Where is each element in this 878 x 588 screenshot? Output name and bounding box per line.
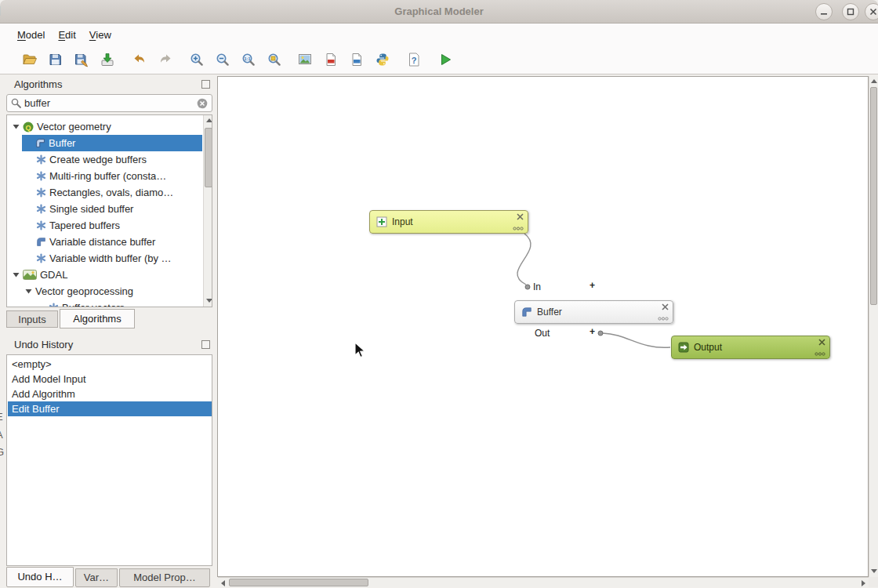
export-as-python-script-button[interactable]: [372, 49, 393, 70]
scroll-up-icon[interactable]: [871, 79, 877, 83]
maximize-button[interactable]: [842, 3, 859, 20]
connection-wire: [603, 333, 670, 347]
tab-model-properties[interactable]: Model Prop…: [119, 568, 210, 587]
model-node-output[interactable]: Output: [671, 336, 830, 359]
export-as-svg-button[interactable]: [346, 49, 367, 70]
fold-dots-icon[interactable]: [658, 317, 669, 321]
background-window-fragment: ]: [0, 4, 1, 16]
python-icon: [375, 52, 390, 67]
delete-node-icon[interactable]: [662, 303, 669, 310]
export-image-icon: [297, 52, 313, 67]
tree-item-variable-width-buffer[interactable]: Variable width buffer (by …: [8, 250, 202, 267]
canvas-vertical-scrollbar[interactable]: [869, 76, 878, 577]
dock-float-icon[interactable]: [201, 80, 210, 89]
output-icon: [678, 342, 689, 353]
model-node-buffer[interactable]: Buffer: [514, 300, 673, 324]
run-icon: [437, 52, 453, 67]
export-as-pdf-button[interactable]: [321, 49, 341, 70]
socket-dot[interactable]: [598, 331, 603, 336]
undo-icon: [132, 52, 147, 67]
expand-out-sockets-button[interactable]: +: [590, 326, 595, 337]
tree-item-buffer[interactable]: Buffer: [22, 135, 202, 151]
dock-float-icon[interactable]: [201, 340, 210, 349]
tab-algorithms[interactable]: Algorithms: [60, 309, 135, 328]
background-window-fragment: E: [0, 411, 3, 423]
export-as-image-button[interactable]: [295, 49, 315, 70]
clear-search-icon[interactable]: [197, 98, 208, 109]
minimize-button[interactable]: [815, 3, 833, 20]
fold-dots-icon[interactable]: [815, 352, 825, 356]
scroll-down-icon[interactable]: [206, 299, 212, 303]
redo-button[interactable]: [155, 49, 176, 70]
tree-group-vector-geoprocessing[interactable]: Vector geoprocessing: [8, 283, 202, 299]
scroll-up-icon[interactable]: [206, 118, 212, 122]
scroll-down-icon[interactable]: [871, 569, 877, 573]
menu-model[interactable]: Model: [17, 29, 45, 41]
tree-scrollbar[interactable]: [203, 115, 212, 307]
tree-group-gdal[interactable]: GDAL: [8, 267, 202, 283]
scrollbar-thumb[interactable]: [870, 87, 877, 305]
tab-undo-history[interactable]: Undo H…: [6, 567, 74, 587]
algorithm-icon: [36, 154, 46, 165]
model-node-input[interactable]: Input: [369, 210, 528, 234]
tab-variables[interactable]: Var…: [75, 568, 118, 587]
open-model-button[interactable]: [20, 49, 40, 70]
zoom-in-icon: [189, 52, 205, 67]
gdal-icon: [23, 270, 37, 280]
connection-wire: [517, 234, 531, 285]
zoom-actual-button[interactable]: 1:1: [238, 49, 259, 70]
undo-history-dock-title: Undo History: [14, 339, 73, 350]
tab-inputs[interactable]: Inputs: [6, 310, 58, 328]
undo-item-empty[interactable]: <empty>: [8, 357, 212, 372]
socket-dot[interactable]: [525, 285, 530, 289]
undo-item-edit-buffer[interactable]: Edit Buffer: [8, 401, 212, 416]
expand-in-sockets-button[interactable]: +: [590, 280, 595, 291]
zoom-in-button[interactable]: [187, 49, 207, 70]
scroll-left-icon[interactable]: [221, 580, 225, 586]
tree-item-variable-distance-buffer[interactable]: Variable distance buffer: [8, 234, 202, 250]
model-canvas[interactable]: Input In + Buffer Out +: [217, 76, 869, 577]
zoom-full-button[interactable]: [264, 49, 285, 70]
undo-item-add-algorithm[interactable]: Add Algorithm: [8, 387, 212, 401]
search-input[interactable]: [24, 97, 194, 109]
scrollbar-thumb[interactable]: [229, 579, 368, 586]
scroll-right-icon[interactable]: [862, 580, 865, 586]
algorithm-icon: [36, 171, 46, 181]
canvas-horizontal-scrollbar[interactable]: [218, 577, 869, 587]
expander-icon[interactable]: [13, 124, 20, 129]
algorithm-search-box: [6, 94, 212, 112]
tree-item-rectangles-ovals[interactable]: Rectangles, ovals, diamo…: [8, 184, 202, 201]
help-button[interactable]: ?: [404, 49, 424, 70]
titlebar[interactable]: Graphical Modeler ]: [0, 0, 878, 24]
expander-icon[interactable]: [25, 289, 32, 294]
tree-item-single-sided-buffer[interactable]: Single sided buffer: [8, 201, 202, 217]
menu-view[interactable]: View: [89, 29, 111, 41]
zoom-actual-icon: 1:1: [241, 52, 256, 67]
delete-node-icon[interactable]: [517, 213, 524, 220]
run-model-button[interactable]: [435, 49, 455, 70]
fold-dots-icon[interactable]: [513, 227, 524, 230]
save-model-button[interactable]: [45, 49, 66, 70]
tree-item-create-wedge-buffers[interactable]: Create wedge buffers: [8, 151, 202, 168]
algorithm-icon: [49, 303, 59, 307]
delete-node-icon[interactable]: [818, 339, 825, 346]
graphical-modeler-window: Graphical Modeler ] Model Edit View: [0, 0, 878, 588]
save-model-as-button[interactable]: [71, 49, 92, 70]
close-icon: [869, 7, 878, 16]
tree-item-buffer-vectors[interactable]: Buffer vectors: [8, 299, 202, 307]
close-button[interactable]: [865, 3, 878, 20]
scrollbar-thumb[interactable]: [205, 128, 212, 187]
menu-edit[interactable]: Edit: [58, 29, 75, 41]
tree-item-tapered-buffers[interactable]: Tapered buffers: [8, 217, 202, 234]
tree-item-multi-ring-buffer[interactable]: Multi-ring buffer (consta…: [8, 168, 202, 184]
expander-icon[interactable]: [13, 272, 20, 278]
connection-wires: [218, 77, 869, 577]
undo-button[interactable]: [129, 49, 150, 70]
save-in-project-icon: [100, 52, 115, 67]
redo-icon: [158, 52, 173, 67]
save-model-in-project-button[interactable]: [97, 49, 118, 70]
zoom-out-button[interactable]: [212, 49, 233, 70]
undo-item-add-model-input[interactable]: Add Model Input: [8, 372, 212, 387]
tree-group-vector-geometry[interactable]: Q Vector geometry: [8, 118, 202, 135]
maximize-icon: [846, 7, 855, 16]
